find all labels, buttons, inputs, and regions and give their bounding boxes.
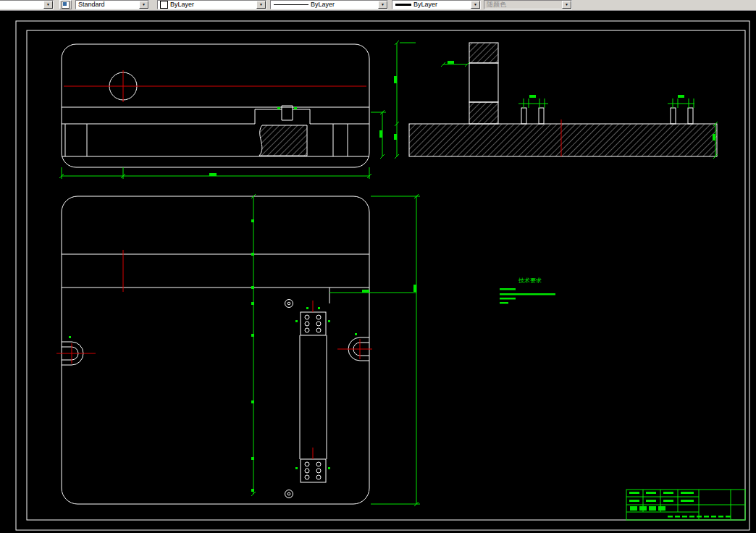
model-space-canvas[interactable]: 技术要求 [0, 11, 756, 533]
plan-view [62, 196, 369, 504]
column-top-hatch [469, 43, 498, 63]
section-view [409, 43, 717, 156]
chevron-down-icon[interactable]: ▼ [378, 1, 387, 9]
plot-style-combo: 随颜色 ▼ [484, 0, 572, 9]
drawing-frame [16, 21, 749, 530]
tech-notes: 技术要求 [500, 277, 555, 304]
stud [688, 108, 693, 124]
plan-view-dimensions [69, 194, 420, 506]
chevron-down-icon[interactable]: ▼ [471, 1, 480, 9]
linetype-sample [274, 4, 308, 5]
linetype-value: ByLayer [308, 1, 378, 9]
base-hatch [409, 124, 717, 156]
bolt-group [301, 459, 326, 482]
color-value: ByLayer [168, 1, 256, 9]
section-hatch [259, 125, 307, 156]
layer-combo[interactable]: ▼ [0, 0, 54, 9]
bolt-group [301, 312, 326, 335]
title-block [626, 490, 745, 520]
lineweight-combo[interactable]: ByLayer ▼ [392, 0, 481, 9]
column-bottom-hatch [469, 102, 498, 124]
plan-view-centerlines [56, 250, 372, 459]
chevron-down-icon[interactable]: ▼ [43, 1, 53, 9]
column-bore [469, 63, 498, 102]
plot-style-value: 随颜色 [484, 1, 562, 9]
cad-drawing: 技术要求 [0, 11, 756, 533]
chevron-down-icon: ▼ [562, 1, 571, 9]
lineweight-value: ByLayer [411, 1, 471, 9]
color-swatch [160, 1, 168, 9]
make-layer-current-icon [62, 1, 70, 9]
pin-hole [285, 490, 293, 498]
text-style-combo[interactable]: Standard ▼ [75, 0, 149, 9]
stud [539, 108, 544, 124]
text-style-value: Standard [76, 1, 139, 9]
make-layer-current-button[interactable] [59, 0, 72, 9]
stud [521, 108, 526, 124]
side-view-centerlines [64, 70, 366, 102]
tech-notes-title: 技术要求 [518, 277, 542, 284]
chevron-down-icon[interactable]: ▼ [139, 1, 148, 9]
side-view [62, 44, 369, 167]
lineweight-sample [395, 4, 411, 6]
properties-toolbar: ▼ Standard ▼ ByLayer ▼ ByLayer ▼ ByLayer… [0, 0, 756, 11]
linetype-combo[interactable]: ByLayer ▼ [270, 0, 388, 9]
chevron-down-icon[interactable]: ▼ [256, 1, 266, 9]
stud [671, 108, 676, 124]
color-combo[interactable]: ByLayer ▼ [157, 0, 266, 9]
pin-hole [285, 300, 293, 308]
side-view-dimensions [59, 107, 386, 179]
